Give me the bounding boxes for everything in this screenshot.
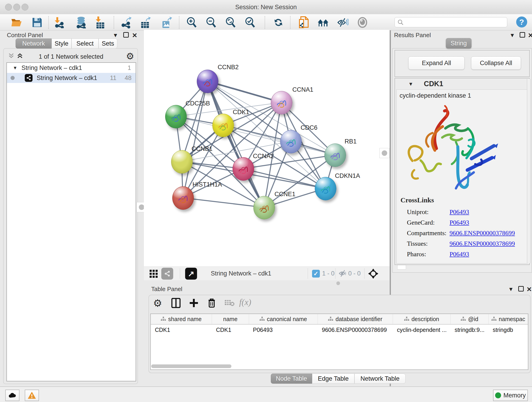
table-panel-close-icon[interactable]: ✕ xyxy=(526,286,532,293)
table-cell[interactable]: cyclin-dependent ... xyxy=(393,324,451,335)
string-home-icon[interactable] xyxy=(317,17,329,28)
node-RB1[interactable] xyxy=(324,143,346,167)
zoom-selected-icon[interactable] xyxy=(244,17,256,28)
table-cell[interactable]: 9606.ENSP00000378699 xyxy=(318,324,393,335)
column-header-canonical-name[interactable]: canonical name xyxy=(249,314,318,324)
function-builder-icon[interactable]: f(x) xyxy=(239,297,260,307)
hidden-eye-slash-icon[interactable] xyxy=(339,269,347,278)
cloud-status-button[interactable] xyxy=(5,390,19,401)
crosslink-link[interactable]: 9606.ENSP00000378699 xyxy=(450,240,515,247)
crosslink-link[interactable]: P06493 xyxy=(450,219,469,226)
horizontal-splitter-handle[interactable] xyxy=(336,281,340,285)
refresh-icon[interactable] xyxy=(272,17,284,28)
table-panel-maximize-icon[interactable] xyxy=(518,286,524,292)
table-cell[interactable]: CDK1 xyxy=(212,324,249,335)
warning-status-button[interactable] xyxy=(25,390,39,401)
column-header-shared-name[interactable]: shared name xyxy=(151,314,212,324)
node-CDC25B[interactable] xyxy=(165,105,187,128)
node-CDK1[interactable] xyxy=(212,114,234,137)
node-table[interactable]: shared namenamecanonical namedatabase id… xyxy=(150,313,528,370)
add-column-icon[interactable] xyxy=(188,297,200,309)
import-network-file-icon[interactable] xyxy=(53,17,65,28)
tab-sets[interactable]: Sets xyxy=(99,38,117,49)
node-CCNB1[interactable] xyxy=(171,150,193,173)
column-header-description[interactable]: description xyxy=(393,314,451,324)
tab-select[interactable]: Select xyxy=(71,38,99,49)
table-cell[interactable]: stringdb:9... xyxy=(450,324,488,335)
node-CDKN1A[interactable] xyxy=(315,177,336,200)
network-options-gear-icon[interactable]: ⚙ xyxy=(126,51,134,61)
table-options-gear-icon[interactable]: ⚙ xyxy=(152,297,164,309)
save-session-icon[interactable] xyxy=(31,17,43,28)
column-header-label: @id xyxy=(468,316,478,322)
results-hscroll-thumb[interactable] xyxy=(397,265,406,269)
fit-content-crosshair-icon[interactable] xyxy=(368,268,379,280)
string-hide-icon[interactable] xyxy=(337,17,349,28)
selected-checkbox-icon[interactable]: ✓ xyxy=(312,270,320,278)
network-row-selected[interactable]: String Network – cdk1 11 48 xyxy=(7,73,136,83)
help-icon[interactable]: ? xyxy=(516,17,527,27)
tab-style[interactable]: Style xyxy=(51,38,71,49)
protein-collapse-icon[interactable]: ▼ xyxy=(408,81,413,87)
open-session-icon[interactable] xyxy=(11,17,22,28)
open-in-window-icon[interactable]: ↗ xyxy=(185,268,197,280)
network-canvas[interactable]: CCNB2CCNA1CDC25BCDK1CDC6RB1CCNB1CCNA2CDK… xyxy=(144,30,389,267)
tab-edge-table[interactable]: Edge Table xyxy=(312,374,355,384)
tab-node-table[interactable]: Node Table xyxy=(271,374,312,384)
string-document-icon[interactable] xyxy=(298,17,310,28)
results-panel-maximize-icon[interactable] xyxy=(520,32,525,38)
table-hscroll-thumb[interactable] xyxy=(151,364,231,368)
crosslink-link[interactable]: P06493 xyxy=(450,208,469,216)
export-table-icon[interactable] xyxy=(140,17,152,28)
birds-eye-view-icon[interactable] xyxy=(149,269,158,279)
tab-network[interactable]: Network xyxy=(16,38,51,49)
zoom-in-icon[interactable] xyxy=(186,17,197,28)
column-header-namespac[interactable]: namespac xyxy=(489,314,528,324)
search-input[interactable] xyxy=(394,17,507,27)
node-CCNB2[interactable] xyxy=(197,70,218,93)
table-cell[interactable]: stringdb xyxy=(489,324,528,335)
column-header--id[interactable]: @id xyxy=(450,314,488,324)
tab-string[interactable]: String xyxy=(446,38,472,49)
collection-expand-icon[interactable]: ▼ xyxy=(13,65,17,70)
string-eye-icon[interactable] xyxy=(356,17,368,28)
export-image-icon[interactable] xyxy=(161,17,173,28)
node-CCNE1[interactable] xyxy=(253,196,275,219)
control-panel-maximize-icon[interactable] xyxy=(123,32,129,38)
table-cell[interactable]: CDK1 xyxy=(151,324,212,335)
table-cell[interactable]: P06493 xyxy=(249,324,318,335)
control-panel-close-icon[interactable]: ✕ xyxy=(132,32,137,39)
expand-all-networks-icon[interactable] xyxy=(17,52,23,60)
results-panel-float-icon[interactable]: ▼ xyxy=(510,32,515,38)
crosslink-link[interactable]: 9606.ENSP00000378699 xyxy=(450,230,515,237)
zoom-out-icon[interactable] xyxy=(205,17,217,28)
memory-button[interactable]: Memory xyxy=(493,390,528,401)
import-table-icon[interactable] xyxy=(94,17,106,28)
zoom-fit-icon[interactable] xyxy=(225,17,236,28)
show-columns-icon[interactable] xyxy=(170,297,182,309)
results-panel-close-icon[interactable]: ✕ xyxy=(528,32,532,39)
table-row[interactable]: CDK1CDK1P064939606.ENSP00000378699cyclin… xyxy=(151,324,528,335)
node-CDC6[interactable] xyxy=(280,130,302,153)
export-network-icon[interactable] xyxy=(120,17,132,28)
node-CCNA1[interactable] xyxy=(271,91,292,114)
node-CCNA2[interactable] xyxy=(233,157,254,181)
collapse-all-button[interactable]: Collapse All xyxy=(471,56,521,70)
network-share-icon[interactable] xyxy=(161,268,173,280)
crosslink-link[interactable]: P06493 xyxy=(450,250,469,258)
node-HIST1H1A[interactable] xyxy=(172,186,194,210)
control-panel-float-icon[interactable]: ▼ xyxy=(113,32,118,38)
column-header-name[interactable]: name xyxy=(212,314,249,324)
delete-column-icon[interactable] xyxy=(206,297,218,309)
column-header-database-identifier[interactable]: database identifier xyxy=(318,314,393,324)
collapse-all-networks-icon[interactable] xyxy=(8,52,15,60)
table-panel-float-icon[interactable]: ▼ xyxy=(508,286,514,293)
import-network-database-icon[interactable] xyxy=(75,17,87,28)
expand-all-button[interactable]: Expand All xyxy=(408,56,465,70)
results-scrollbar[interactable] xyxy=(527,79,531,263)
network-collection-row[interactable]: ▼ String Network – cdk1 1 xyxy=(7,63,136,73)
tab-network-table[interactable]: Network Table xyxy=(355,374,405,384)
delete-table-icon[interactable] xyxy=(224,297,235,309)
right-splitter-handle[interactable] xyxy=(380,148,389,158)
node-ribbon-image xyxy=(274,96,289,110)
